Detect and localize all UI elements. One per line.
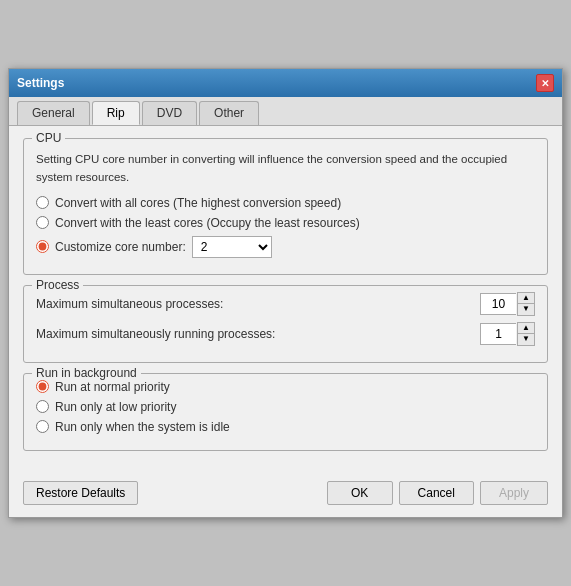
bg-option-low: Run only at low priority [36, 400, 535, 414]
radio-custom-cores[interactable] [36, 240, 49, 253]
close-button[interactable]: ✕ [536, 74, 554, 92]
max-simultaneous-spinbtns: ▲ ▼ [517, 292, 535, 316]
restore-defaults-button[interactable]: Restore Defaults [23, 481, 138, 505]
tab-rip[interactable]: Rip [92, 101, 140, 125]
process-group-label: Process [32, 278, 83, 292]
cpu-description: Setting CPU core number in converting wi… [36, 151, 535, 186]
tab-other[interactable]: Other [199, 101, 259, 125]
cpu-group: CPU Setting CPU core number in convertin… [23, 138, 548, 275]
max-simultaneous-up[interactable]: ▲ [518, 293, 534, 304]
idle-label[interactable]: Run only when the system is idle [55, 420, 230, 434]
cpu-option-leastcores: Convert with the least cores (Occupy the… [36, 216, 535, 230]
background-group-label: Run in background [32, 366, 141, 380]
low-priority-label[interactable]: Run only at low priority [55, 400, 176, 414]
close-icon: ✕ [541, 78, 549, 89]
cancel-button[interactable]: Cancel [399, 481, 474, 505]
footer: Restore Defaults OK Cancel Apply [9, 473, 562, 517]
max-running-down[interactable]: ▼ [518, 334, 534, 345]
radio-all-cores[interactable] [36, 196, 49, 209]
radio-idle[interactable] [36, 420, 49, 433]
max-simultaneous-label: Maximum simultaneous processes: [36, 297, 223, 311]
max-simultaneous-spinner: ▲ ▼ [480, 292, 535, 316]
max-simultaneous-row: Maximum simultaneous processes: ▲ ▼ [36, 292, 535, 316]
tab-general[interactable]: General [17, 101, 90, 125]
cpu-option-custom: Customize core number: 2 1 3 4 [36, 236, 535, 258]
all-cores-label[interactable]: Convert with all cores (The highest conv… [55, 196, 341, 210]
title-bar: Settings ✕ [9, 69, 562, 97]
bg-option-idle: Run only when the system is idle [36, 420, 535, 434]
max-running-spinner: ▲ ▼ [480, 322, 535, 346]
custom-cores-row: Customize core number: 2 1 3 4 [36, 236, 272, 258]
radio-low-priority[interactable] [36, 400, 49, 413]
bg-option-normal: Run at normal priority [36, 380, 535, 394]
cpu-option-allcores: Convert with all cores (The highest conv… [36, 196, 535, 210]
tab-dvd[interactable]: DVD [142, 101, 197, 125]
process-group: Process Maximum simultaneous processes: … [23, 285, 548, 363]
radio-least-cores[interactable] [36, 216, 49, 229]
max-running-input[interactable] [480, 323, 516, 345]
max-simultaneous-input[interactable] [480, 293, 516, 315]
main-content: CPU Setting CPU core number in convertin… [9, 126, 562, 473]
radio-normal-priority[interactable] [36, 380, 49, 393]
tab-bar: General Rip DVD Other [9, 97, 562, 126]
least-cores-label[interactable]: Convert with the least cores (Occupy the… [55, 216, 360, 230]
max-simultaneous-down[interactable]: ▼ [518, 304, 534, 315]
window-title: Settings [17, 76, 64, 90]
max-running-up[interactable]: ▲ [518, 323, 534, 334]
footer-actions: OK Cancel Apply [327, 481, 548, 505]
max-running-spinbtns: ▲ ▼ [517, 322, 535, 346]
max-running-row: Maximum simultaneously running processes… [36, 322, 535, 346]
cpu-group-label: CPU [32, 131, 65, 145]
custom-cores-label[interactable]: Customize core number: [55, 240, 186, 254]
apply-button[interactable]: Apply [480, 481, 548, 505]
core-number-select[interactable]: 2 1 3 4 [192, 236, 272, 258]
normal-priority-label[interactable]: Run at normal priority [55, 380, 170, 394]
settings-window: Settings ✕ General Rip DVD Other CPU Set… [8, 68, 563, 518]
max-running-label: Maximum simultaneously running processes… [36, 327, 275, 341]
ok-button[interactable]: OK [327, 481, 393, 505]
background-group: Run in background Run at normal priority… [23, 373, 548, 451]
